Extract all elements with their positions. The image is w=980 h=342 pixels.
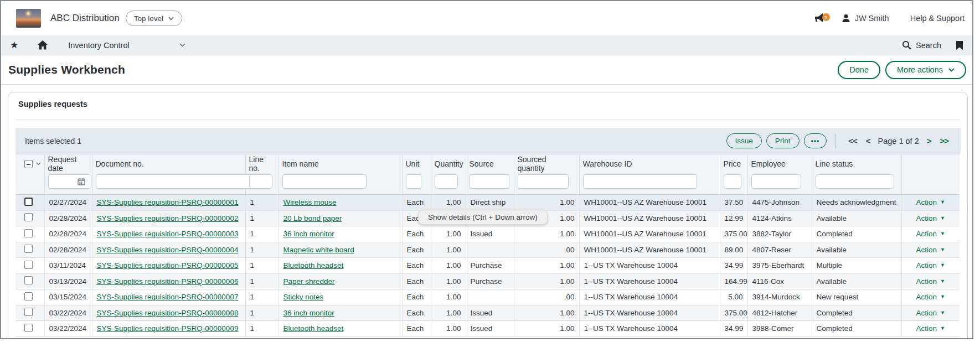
table-row[interactable]: 02/28/2024 SYS-Supplies requisition-PSRQ… <box>16 242 960 258</box>
cell-select <box>16 242 44 258</box>
cell-line-no: 1 <box>245 305 278 321</box>
document-link[interactable]: SYS-Supplies requisition-PSRQ-00000008 <box>97 309 239 317</box>
first-page-button[interactable]: << <box>844 136 862 146</box>
item-link[interactable]: Wireless mouse <box>283 198 337 206</box>
more-options-button[interactable]: ••• <box>804 133 827 148</box>
action-menu-button[interactable]: Action ▼ <box>906 324 956 333</box>
action-menu-button[interactable]: Action ▼ <box>906 293 956 301</box>
column-header-quantity[interactable]: Quantity <box>431 154 466 174</box>
last-page-button[interactable]: >> <box>935 136 953 146</box>
item-link[interactable]: 36 inch monitor <box>283 309 334 317</box>
panel-title: Supplies requests <box>18 100 87 108</box>
row-checkbox[interactable] <box>24 213 33 221</box>
action-menu-label: Action <box>916 230 937 238</box>
price-filter-input[interactable] <box>724 174 741 189</box>
table-row[interactable]: 03/13/2024 SYS-Supplies requisition-PSRQ… <box>16 273 960 289</box>
document-link[interactable]: SYS-Supplies requisition-PSRQ-00000004 <box>97 246 239 254</box>
item-name-filter-input[interactable] <box>282 174 367 189</box>
document-link[interactable]: SYS-Supplies requisition-PSRQ-00000001 <box>97 198 239 206</box>
row-checkbox[interactable] <box>24 292 33 300</box>
print-button[interactable]: Print <box>766 133 800 148</box>
item-link[interactable]: Magnetic white board <box>283 246 354 254</box>
done-button[interactable]: Done <box>838 61 880 79</box>
document-no-filter-input[interactable] <box>96 174 266 189</box>
action-menu-button[interactable]: Action ▼ <box>906 261 956 270</box>
action-menu-button[interactable]: Action ▼ <box>906 214 956 222</box>
row-checkbox[interactable] <box>24 308 33 316</box>
warehouse-id-filter-input[interactable] <box>583 174 697 189</box>
column-header-document-no[interactable]: Document no. <box>92 154 245 174</box>
action-menu-label: Action <box>916 277 937 286</box>
table-row[interactable]: 02/27/2024 SYS-Supplies requisition-PSRQ… <box>16 195 960 211</box>
more-actions-button[interactable]: More actions <box>885 61 966 79</box>
item-link[interactable]: Bluetooth headset <box>283 324 344 333</box>
column-header-price[interactable]: Price <box>720 154 747 174</box>
document-link[interactable]: SYS-Supplies requisition-PSRQ-00000006 <box>97 277 239 286</box>
document-link[interactable]: SYS-Supplies requisition-PSRQ-00000007 <box>97 293 239 301</box>
row-checkbox[interactable] <box>24 276 33 284</box>
cell-item-name: Wireless mouse <box>278 195 402 211</box>
item-link[interactable]: Bluetooth headset <box>283 261 344 270</box>
row-checkbox[interactable] <box>24 198 33 206</box>
top-level-selector[interactable]: Top level <box>126 11 182 26</box>
caret-down-icon: ▼ <box>940 279 945 284</box>
document-link[interactable]: SYS-Supplies requisition-PSRQ-00000009 <box>97 324 239 333</box>
column-header-unit[interactable]: Unit <box>402 154 431 174</box>
home-icon[interactable] <box>37 40 48 50</box>
item-link[interactable]: Paper shredder <box>283 277 335 286</box>
column-header-item-name[interactable]: Item name <box>278 154 402 174</box>
action-menu-button[interactable]: Action ▼ <box>906 230 956 238</box>
action-menu-button[interactable]: Action ▼ <box>906 309 956 317</box>
line-status-filter-input[interactable] <box>816 174 894 189</box>
module-selector[interactable]: Inventory Control <box>68 41 185 50</box>
item-link[interactable]: Sticky notes <box>283 293 324 301</box>
row-checkbox[interactable] <box>24 261 33 269</box>
table-row[interactable]: 03/22/2024 SYS-Supplies requisition-PSRQ… <box>16 305 960 321</box>
column-header-line-status[interactable]: Line status <box>812 154 901 174</box>
calendar-icon[interactable] <box>78 178 85 185</box>
cell-item-name: Paper shredder <box>278 273 402 289</box>
column-header-source[interactable]: Source <box>466 154 514 174</box>
page-indicator: Page 1 of 2 <box>875 137 922 146</box>
favorite-star-icon[interactable]: ★ <box>10 40 18 50</box>
help-support-link[interactable]: Help & Support <box>910 14 964 23</box>
document-link[interactable]: SYS-Supplies requisition-PSRQ-00000002 <box>97 214 239 222</box>
select-all-checkbox[interactable] <box>24 160 33 168</box>
issue-button[interactable]: Issue <box>726 133 762 148</box>
sourced-quantity-filter-input[interactable] <box>518 174 569 189</box>
action-menu-button[interactable]: Action ▼ <box>906 246 956 254</box>
action-menu-button[interactable]: Action ▼ <box>906 198 956 206</box>
table-row[interactable]: 03/22/2024 SYS-Supplies requisition-PSRQ… <box>16 321 960 337</box>
announcements-button[interactable]: 1 <box>813 12 828 25</box>
row-checkbox[interactable] <box>24 229 33 237</box>
table-row[interactable]: 03/11/2024 SYS-Supplies requisition-PSRQ… <box>16 258 960 274</box>
document-link[interactable]: SYS-Supplies requisition-PSRQ-00000005 <box>97 261 239 270</box>
source-filter-input[interactable] <box>470 174 509 189</box>
line-no-filter-input[interactable] <box>249 174 272 189</box>
column-header-sourced-quantity[interactable]: Sourced quantity <box>514 154 579 174</box>
document-link[interactable]: SYS-Supplies requisition-PSRQ-00000003 <box>97 230 239 238</box>
item-link[interactable]: 20 Lb bond paper <box>283 214 342 222</box>
next-page-button[interactable]: > <box>922 136 936 146</box>
unit-filter-input[interactable] <box>406 174 421 189</box>
row-checkbox[interactable] <box>24 324 33 332</box>
column-header-warehouse-id[interactable]: Warehouse ID <box>579 154 720 174</box>
item-link[interactable]: 36 inch monitor <box>283 230 334 238</box>
user-name: JW Smith <box>855 14 889 23</box>
caret-down-icon: ▼ <box>940 231 945 236</box>
quantity-filter-input[interactable] <box>435 174 458 189</box>
table-row[interactable]: 02/28/2024 SYS-Supplies requisition-PSRQ… <box>16 226 960 242</box>
cell-line-status: Completed <box>812 226 901 242</box>
column-header-line-no[interactable]: Line no. <box>245 154 278 174</box>
action-menu-button[interactable]: Action ▼ <box>906 277 956 286</box>
row-checkbox[interactable] <box>24 245 33 253</box>
prev-page-button[interactable]: < <box>862 136 875 146</box>
user-menu[interactable]: JW Smith <box>841 13 889 23</box>
employee-filter-input[interactable] <box>751 174 801 189</box>
search-button[interactable]: Search <box>902 40 941 50</box>
bookmark-icon[interactable] <box>956 40 963 50</box>
column-header-employee[interactable]: Employee <box>747 154 812 174</box>
selection-menu-chevron-icon[interactable] <box>36 162 41 165</box>
column-header-request-date[interactable]: Request date <box>44 154 92 174</box>
table-row[interactable]: 03/15/2024 SYS-Supplies requisition-PSRQ… <box>16 289 960 305</box>
